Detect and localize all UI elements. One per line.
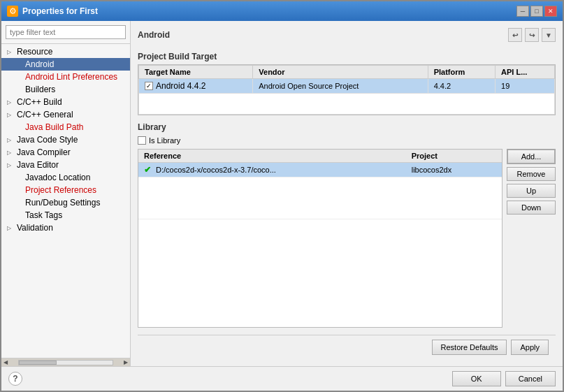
is-library-checkbox[interactable] (138, 136, 146, 145)
library-section: Library Is Library Reference Project (138, 122, 556, 328)
scroll-thumb[interactable] (19, 361, 57, 365)
sidebar-item-project-references[interactable]: Project References (1, 184, 130, 196)
col-api: API L... (496, 66, 555, 79)
expand-arrow: ▷ (7, 225, 14, 231)
filter-box (1, 21, 130, 44)
window-icon: ⚙ (7, 6, 18, 17)
table-row-empty (139, 94, 555, 115)
is-library-text: Is Library (149, 136, 180, 145)
down-button[interactable]: Down (507, 201, 556, 215)
sidebar-item-java-editor[interactable]: ▷ Java Editor (1, 159, 130, 171)
expand-arrow: ▷ (7, 150, 14, 156)
reference-area: Reference Project ✔ D:/cocos2d-x/cocos2d… (138, 149, 556, 328)
build-target-section: Project Build Target Target Name Vendor … (138, 52, 556, 115)
left-panel: ▷ Resource Android Android Lint Preferen… (1, 21, 131, 366)
sidebar-item-java-build-path[interactable]: Java Build Path (1, 121, 130, 133)
sidebar-item-run-debug[interactable]: Run/Debug Settings (1, 196, 130, 209)
panel-title-row: Android ↩ ↪ ▼ (138, 28, 556, 42)
sidebar-item-android[interactable]: Android (1, 58, 130, 71)
api-cell: 19 (496, 79, 555, 94)
sidebar-item-javadoc[interactable]: Javadoc Location (1, 171, 130, 184)
tree-area: ▷ Resource Android Android Lint Preferen… (1, 44, 130, 358)
bottom-bar: Restore Defaults Apply (138, 335, 556, 359)
table-row[interactable]: ✓ Android 4.4.2 Android Open Source Proj… (139, 79, 555, 94)
panel-title-text: Android (138, 30, 170, 40)
build-target-label: Project Build Target (138, 52, 556, 61)
minimize-button[interactable]: ─ (516, 6, 529, 17)
search-input[interactable] (6, 25, 126, 39)
col-target-name: Target Name (139, 66, 253, 79)
table-row[interactable]: ✔ D:/cocos2d-x/cocos2d-x-3.7/coco... lib… (138, 163, 502, 177)
help-icon[interactable]: ? (8, 372, 22, 386)
project-cell: libcocos2dx (406, 163, 502, 177)
sidebar-item-cpp-general[interactable]: ▷ C/C++ General (1, 108, 130, 121)
restore-defaults-button[interactable]: Restore Defaults (432, 340, 507, 355)
platform-cell: 4.4.2 (428, 79, 495, 94)
scroll-left-arrow[interactable]: ◀ (1, 358, 10, 367)
properties-window: ⚙ Properties for First ─ □ ✕ ▷ Resource (0, 0, 564, 392)
expand-arrow: ▷ (7, 99, 14, 106)
reference-cell: ✔ D:/cocos2d-x/cocos2d-x-3.7/coco... (138, 163, 406, 177)
ok-button[interactable]: OK (452, 371, 501, 386)
cancel-button[interactable]: Cancel (505, 371, 556, 386)
nav-dropdown-icon[interactable]: ▼ (542, 28, 556, 42)
title-buttons: ─ □ ✕ (516, 6, 557, 17)
sidebar-item-android-lint[interactable]: Android Lint Preferences (1, 71, 130, 83)
expand-arrow: ▷ (7, 49, 14, 55)
maximize-button[interactable]: □ (530, 6, 543, 17)
apply-button[interactable]: Apply (511, 340, 549, 355)
nav-forward-icon[interactable]: ↪ (525, 28, 539, 42)
vendor-cell: Android Open Source Project (253, 79, 428, 94)
horizontal-scrollbar[interactable]: ◀ ▶ (1, 358, 130, 366)
col-project: Project (406, 150, 502, 163)
target-checkbox[interactable]: ✓ (145, 82, 153, 90)
dialog-bottom: ? OK Cancel (1, 366, 563, 391)
main-content: ▷ Resource Android Android Lint Preferen… (1, 21, 563, 366)
sidebar-item-resource[interactable]: ▷ Resource (1, 45, 130, 58)
is-library-row: Is Library (138, 136, 556, 145)
sidebar-item-java-compiler[interactable]: ▷ Java Compiler (1, 146, 130, 159)
dialog-buttons: OK Cancel (452, 371, 556, 386)
sidebar-item-java-code-style[interactable]: ▷ Java Code Style (1, 133, 130, 146)
build-target-table-container: Target Name Vendor Platform API L... ✓ (138, 64, 556, 115)
scroll-right-arrow[interactable]: ▶ (122, 358, 130, 367)
sidebar-item-task-tags[interactable]: Task Tags (1, 209, 130, 222)
col-vendor: Vendor (253, 66, 428, 79)
remove-button[interactable]: Remove (507, 167, 556, 181)
window-title: Properties for First (22, 6, 98, 16)
add-button[interactable]: Add... (507, 149, 556, 164)
col-reference: Reference (138, 150, 406, 163)
sidebar-item-cpp-build[interactable]: ▷ C/C++ Build (1, 96, 130, 108)
library-label: Library (138, 122, 556, 132)
nav-back-icon[interactable]: ↩ (508, 28, 522, 42)
expand-arrow: ▷ (7, 112, 14, 118)
target-name-cell: ✓ Android 4.4.2 (139, 79, 253, 94)
check-mark-icon: ✔ (144, 165, 151, 175)
sidebar-item-validation[interactable]: ▷ Validation (1, 222, 130, 234)
scroll-track[interactable] (18, 360, 113, 365)
sidebar-item-builders[interactable]: Builders (1, 83, 130, 96)
ref-table-row-empty (138, 177, 502, 219)
reference-table-container: Reference Project ✔ D:/cocos2d-x/cocos2d… (138, 149, 502, 328)
build-target-table: Target Name Vendor Platform API L... ✓ (138, 65, 555, 115)
title-bar: ⚙ Properties for First ─ □ ✕ (1, 1, 563, 21)
reference-buttons: Add... Remove Up Down (507, 149, 556, 328)
up-button[interactable]: Up (507, 184, 556, 198)
close-button[interactable]: ✕ (544, 6, 557, 17)
dialog-bottom-left: ? (8, 372, 22, 386)
panel-nav-icons: ↩ ↪ ▼ (508, 28, 556, 42)
col-platform: Platform (428, 66, 495, 79)
expand-arrow: ▷ (7, 137, 14, 143)
title-bar-left: ⚙ Properties for First (7, 6, 98, 17)
right-panel: Android ↩ ↪ ▼ Project Build Target Targe… (131, 21, 563, 366)
expand-arrow: ▷ (7, 162, 14, 168)
reference-table: Reference Project ✔ D:/cocos2d-x/cocos2d… (138, 150, 502, 219)
